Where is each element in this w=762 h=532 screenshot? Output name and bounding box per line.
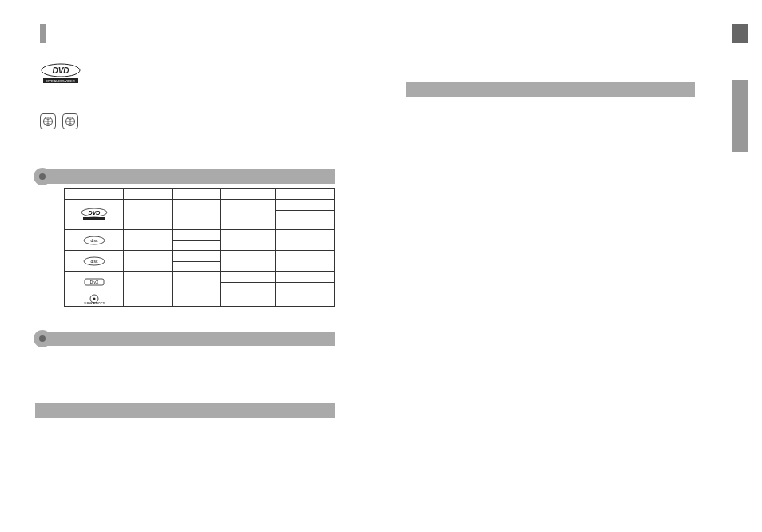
table-cell <box>124 292 173 307</box>
table-cell <box>275 251 334 272</box>
table-header <box>173 189 221 200</box>
globe-icon <box>62 113 78 129</box>
table-cell <box>221 200 276 220</box>
table-header <box>221 189 276 200</box>
page-top-left-marker <box>40 24 46 43</box>
table-cell <box>221 230 276 251</box>
section-bar-3 <box>35 403 335 418</box>
table-cell <box>221 220 276 230</box>
table-cell <box>124 251 173 272</box>
table-cell <box>124 200 173 230</box>
table-cell <box>173 230 221 241</box>
section-bar-1 <box>35 169 335 184</box>
table-cell <box>173 272 221 292</box>
table-cell <box>221 292 276 307</box>
table-cell <box>221 283 276 292</box>
divx-row-logo: DivX <box>65 272 124 292</box>
table-cell <box>173 241 221 251</box>
table-cell <box>124 272 173 292</box>
disc-row-logo: disc <box>65 230 124 251</box>
disc-row-logo: disc <box>65 251 124 272</box>
table-cell <box>275 211 334 220</box>
table-row: DVD <box>65 200 335 211</box>
svg-text:disc: disc <box>90 259 97 264</box>
svg-point-16 <box>93 297 95 300</box>
table-header <box>275 189 334 200</box>
disc-table: DVD disc disc <box>64 188 335 307</box>
table-row: SUPER AUDIO CD <box>65 292 335 307</box>
svg-text:DVD: DVD <box>52 66 69 75</box>
sacd-row-logo: SUPER AUDIO CD <box>65 292 124 307</box>
table-cell <box>275 292 334 307</box>
table-cell <box>124 230 173 251</box>
dvd-row-logo: DVD <box>65 200 124 230</box>
disc-icon <box>34 168 51 185</box>
dvd-logo: DVD DVD AUDIO/VIDEO <box>40 62 81 86</box>
table-cell <box>275 272 334 283</box>
table-cell <box>221 251 276 272</box>
table-cell <box>173 262 221 272</box>
table-cell <box>275 283 334 292</box>
svg-rect-8 <box>83 217 105 220</box>
table-cell <box>221 272 276 283</box>
table-header <box>65 189 124 200</box>
svg-text:disc: disc <box>90 238 97 243</box>
table-cell <box>173 251 221 262</box>
page-top-right-marker <box>732 24 748 43</box>
globe-icon <box>40 113 56 129</box>
svg-text:DVD: DVD <box>88 210 100 216</box>
table-row: disc <box>65 230 335 241</box>
section-bar-4 <box>406 82 695 97</box>
table-cell <box>275 220 334 230</box>
table-cell <box>173 292 221 307</box>
table-cell <box>275 200 334 211</box>
svg-text:SUPER AUDIO CD: SUPER AUDIO CD <box>84 302 105 305</box>
table-row: disc <box>65 251 335 262</box>
table-cell <box>173 200 221 230</box>
region-icons <box>40 113 78 129</box>
table-cell <box>275 230 334 251</box>
table-header-row <box>65 189 335 200</box>
svg-text:DVD AUDIO/VIDEO: DVD AUDIO/VIDEO <box>46 79 75 83</box>
disc-icon <box>34 330 51 347</box>
table-row: DivX <box>65 272 335 283</box>
section-bar-2 <box>35 332 335 346</box>
table-header <box>124 189 173 200</box>
page-right-side-block <box>732 80 748 152</box>
svg-text:DivX: DivX <box>89 280 98 284</box>
